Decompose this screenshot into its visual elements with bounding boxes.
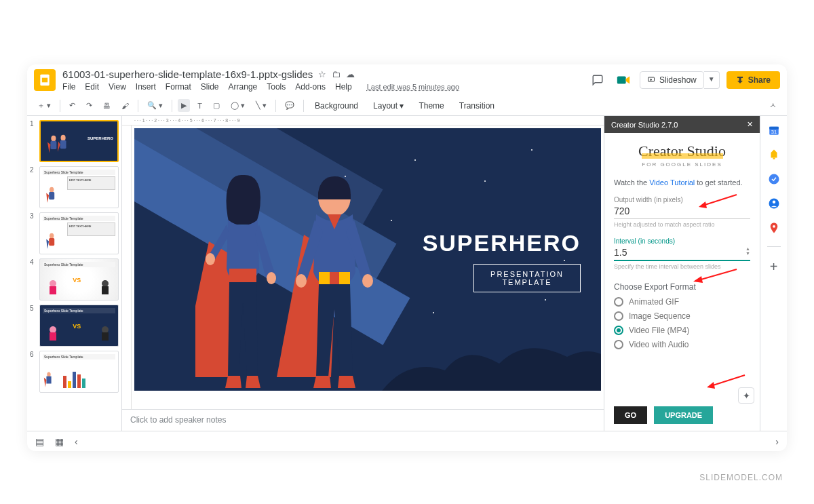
grid-view-icon[interactable]: ▦ xyxy=(55,436,64,447)
textbox-tool[interactable]: T xyxy=(194,100,206,112)
svg-point-9 xyxy=(50,187,54,193)
svg-point-30 xyxy=(296,274,307,288)
menu-slide[interactable]: Slide xyxy=(201,82,219,92)
comment-tool[interactable]: 💬 xyxy=(282,99,298,112)
option-animated-gif[interactable]: Animated GIF xyxy=(614,297,750,307)
svg-rect-18 xyxy=(50,332,56,341)
output-width-label: Output width (in pixels) xyxy=(614,196,750,203)
cloud-status-icon: ☁ xyxy=(346,69,355,79)
svg-point-17 xyxy=(50,326,56,333)
thumbnail-1[interactable]: SUPERHERO xyxy=(39,120,119,162)
menu-help[interactable]: Help xyxy=(335,82,352,92)
close-sidebar-icon[interactable]: ✕ xyxy=(747,120,753,129)
svg-rect-20 xyxy=(102,332,109,341)
option-video-mp4[interactable]: Video File (MP4) xyxy=(614,326,750,335)
zoom-button[interactable]: 🔍 ▾ xyxy=(144,99,166,112)
output-width-input[interactable] xyxy=(614,203,750,219)
bottom-bar: ▤ ▦ ‹ › xyxy=(27,431,787,451)
svg-rect-6 xyxy=(50,141,56,149)
menu-view[interactable]: View xyxy=(109,82,126,92)
paint-format-button[interactable]: 🖌 xyxy=(118,100,132,112)
thumbnail-2[interactable]: Superhero Slide Template EDIT TEXT HERE xyxy=(39,166,119,208)
menu-format[interactable]: Format xyxy=(166,82,191,92)
svg-rect-2 xyxy=(617,77,626,84)
slideshow-button[interactable]: Slideshow xyxy=(640,71,704,89)
last-edit-link[interactable]: Last edit was 5 minutes ago xyxy=(367,83,459,91)
share-button[interactable]: Share xyxy=(726,71,780,89)
vertical-ruler xyxy=(122,125,132,409)
new-slide-button[interactable]: ＋ ▾ xyxy=(34,98,54,113)
svg-point-25 xyxy=(206,253,215,265)
meet-icon[interactable] xyxy=(614,71,633,90)
menu-file[interactable]: File xyxy=(62,82,75,92)
slideshow-dropdown[interactable]: ▼ xyxy=(704,71,720,89)
svg-point-5 xyxy=(51,136,56,142)
interval-input[interactable] xyxy=(614,245,750,261)
thumbnail-6[interactable]: Superhero Slide Template xyxy=(39,351,119,393)
comments-icon[interactable] xyxy=(588,71,607,90)
print-button[interactable]: 🖶 xyxy=(100,100,114,112)
calendar-icon[interactable]: 31 xyxy=(768,124,780,136)
image-tool[interactable]: ▢ xyxy=(210,99,223,112)
interval-label: Interval (in seconds) xyxy=(614,237,750,245)
svg-point-21 xyxy=(47,372,50,376)
move-icon[interactable]: 🗀 xyxy=(332,69,341,79)
option-video-audio[interactable]: Video with Audio xyxy=(614,340,750,349)
explore-button[interactable]: ✦ xyxy=(738,387,754,404)
contacts-icon[interactable] xyxy=(768,197,780,210)
svg-rect-12 xyxy=(49,238,54,246)
menu-insert[interactable]: Insert xyxy=(136,82,156,92)
shape-tool[interactable]: ◯ ▾ xyxy=(227,99,248,112)
filmstrip-view-icon[interactable]: ▤ xyxy=(35,436,44,447)
menu-tools[interactable]: Tools xyxy=(267,82,286,92)
sidebar-title: Creator Studio 2.7.0 xyxy=(611,121,678,129)
svg-point-36 xyxy=(769,174,779,185)
star-icon[interactable]: ☆ xyxy=(318,69,326,79)
transition-button[interactable]: Transition xyxy=(454,99,500,113)
theme-button[interactable]: Theme xyxy=(413,99,449,113)
add-addon-icon[interactable]: + xyxy=(768,259,780,271)
menu-edit[interactable]: Edit xyxy=(85,82,99,92)
creator-studio-panel: Creator Studio 2.7.0 ✕ Creator Studio FO… xyxy=(604,116,760,431)
side-panel-rail: 31 + xyxy=(760,116,787,431)
option-image-sequence[interactable]: Image Sequence xyxy=(614,311,750,321)
maps-icon[interactable] xyxy=(768,222,780,234)
speaker-notes[interactable]: Click to add speaker notes xyxy=(122,409,604,431)
svg-point-7 xyxy=(61,135,66,141)
upgrade-button[interactable]: UPGRADE xyxy=(654,406,713,424)
background-button[interactable]: Background xyxy=(309,99,364,113)
svg-rect-8 xyxy=(60,140,66,149)
thumbnail-3[interactable]: Superhero Slide Template EDIT TEXT HERE xyxy=(39,212,119,254)
menu-arrange[interactable]: Arrange xyxy=(229,82,258,92)
keep-icon[interactable] xyxy=(768,149,780,161)
svg-rect-10 xyxy=(49,192,54,199)
svg-rect-24 xyxy=(229,269,256,282)
slide-title-text[interactable]: SUPERHERO xyxy=(423,230,581,256)
svg-point-31 xyxy=(362,274,373,288)
document-title[interactable]: 61003-01-superhero-slide-template-16x9-1… xyxy=(62,69,313,80)
menu-bar: File Edit View Insert Format Slide Arran… xyxy=(62,82,588,92)
show-side-panel-icon[interactable]: › xyxy=(775,436,779,447)
select-tool[interactable]: ▶ xyxy=(178,99,190,112)
layout-button[interactable]: Layout ▾ xyxy=(368,99,409,113)
slide-subtitle-box[interactable]: PRESENTATION TEMPLATE xyxy=(473,264,581,292)
svg-rect-22 xyxy=(46,376,51,384)
tasks-icon[interactable] xyxy=(768,173,780,185)
thumbnail-5[interactable]: Superhero Slide Template VS xyxy=(39,305,119,347)
go-button[interactable]: GO xyxy=(614,406,647,424)
video-tutorial-link[interactable]: Video Tutorial xyxy=(649,178,695,187)
menu-addons[interactable]: Add-ons xyxy=(295,82,326,92)
collapse-toolbar-icon[interactable]: ㅅ xyxy=(766,98,780,113)
line-tool[interactable]: ╲ ▾ xyxy=(252,99,270,112)
svg-point-13 xyxy=(50,280,56,287)
svg-point-38 xyxy=(772,201,775,204)
slide-canvas[interactable]: SUPERHERO PRESENTATION TEMPLATE xyxy=(134,128,601,391)
undo-button[interactable]: ↶ xyxy=(66,99,79,112)
interval-stepper[interactable]: ▲▼ xyxy=(745,246,750,256)
thumbnail-4[interactable]: Superhero Slide Template VS xyxy=(39,258,119,301)
slides-logo[interactable] xyxy=(34,69,56,91)
svg-point-15 xyxy=(102,280,109,287)
redo-button[interactable]: ↷ xyxy=(83,99,96,112)
collapse-filmstrip-icon[interactable]: ‹ xyxy=(75,436,78,447)
svg-rect-29 xyxy=(330,272,339,284)
